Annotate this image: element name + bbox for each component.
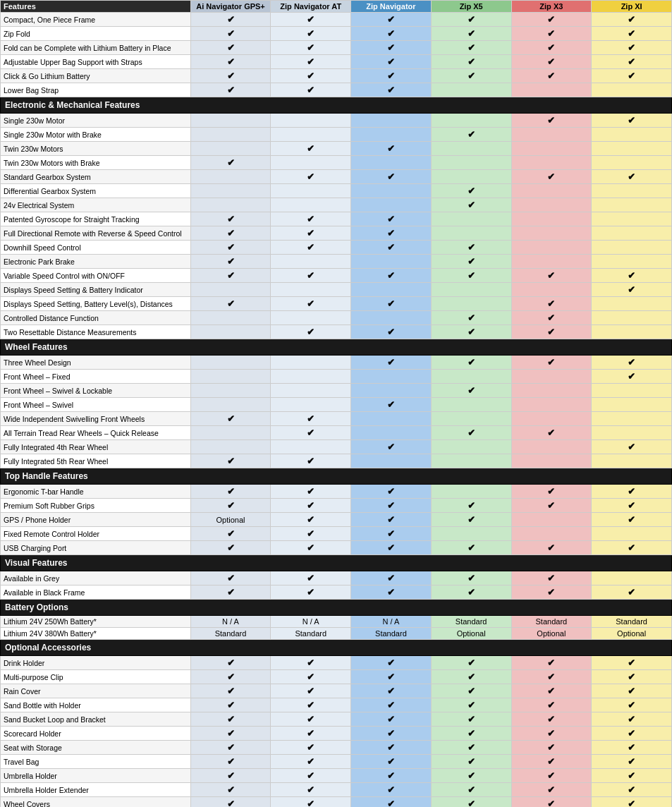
data-cell (592, 297, 672, 311)
feature-cell: Twin 230w Motors (1, 142, 191, 156)
data-cell: ✔ (592, 741, 672, 755)
data-cell: ✔ (351, 212, 432, 226)
data-cell: ✔ (431, 755, 511, 769)
table-row: Umbrella Holder✔✔✔✔✔✔ (1, 769, 672, 783)
data-cell: ✔ (592, 440, 672, 454)
data-cell: N / A (190, 616, 271, 628)
data-cell (431, 83, 511, 97)
data-cell (190, 370, 271, 384)
data-cell (592, 325, 672, 339)
data-cell: ✔ (190, 226, 271, 241)
data-cell (190, 128, 271, 142)
data-cell (190, 426, 271, 440)
table-row: Zip Fold✔✔✔✔✔✔ (1, 27, 672, 41)
data-cell (592, 412, 672, 426)
data-cell (431, 283, 511, 297)
data-cell (271, 440, 351, 454)
table-row: Ergonomic T-bar Handle✔✔✔✔✔ (1, 485, 672, 499)
data-cell (190, 440, 271, 454)
data-cell (431, 440, 511, 454)
data-cell: ✔ (351, 741, 432, 755)
data-cell: ✔ (511, 426, 592, 440)
data-cell (511, 128, 592, 142)
table-row: Displays Speed Setting, Battery Level(s)… (1, 297, 672, 311)
data-cell: ✔ (271, 783, 351, 797)
feature-cell: Wheel Covers (1, 797, 191, 808)
table-row: Rain Cover✔✔✔✔✔✔ (1, 684, 672, 698)
data-cell: ✔ (190, 269, 271, 283)
data-cell (190, 198, 271, 212)
feature-cell: Adjustable Upper Bag Support with Straps (1, 55, 191, 69)
feature-cell: Wide Independent Swivelling Front Wheels (1, 412, 191, 426)
feature-cell: Controlled Distance Function (1, 311, 191, 325)
header-zip-nav: Zip Navigator (351, 1, 432, 13)
data-cell (511, 226, 592, 241)
feature-cell: GPS / Phone Holder (1, 513, 191, 527)
data-cell: ✔ (271, 684, 351, 698)
data-cell: ✔ (431, 27, 511, 41)
feature-cell: Twin 230w Motors with Brake (1, 156, 191, 170)
data-cell (592, 241, 672, 255)
data-cell: ✔ (351, 727, 432, 741)
table-row: Click & Go Lithium Battery✔✔✔✔✔✔ (1, 69, 672, 83)
table-row: Available in Black Frame✔✔✔✔✔✔ (1, 585, 672, 600)
data-cell: ✔ (190, 769, 271, 783)
data-cell: ✔ (351, 499, 432, 513)
table-row: Single 230w Motor✔✔ (1, 114, 672, 128)
header-features: Features (1, 1, 191, 13)
data-cell: ✔ (511, 656, 592, 670)
data-cell (351, 114, 432, 128)
data-cell (431, 156, 511, 170)
data-cell (592, 311, 672, 325)
feature-cell: Fully Integrated 5th Rear Wheel (1, 454, 191, 468)
data-cell: ✔ (431, 499, 511, 513)
data-cell: Standard (190, 628, 271, 640)
section-header-row: Wheel Features (1, 339, 672, 356)
table-row: Electronic Park Brake✔✔ (1, 255, 672, 269)
data-cell: ✔ (351, 226, 432, 241)
data-cell: ✔ (271, 27, 351, 41)
table-row: Front Wheel – Swivel & Lockable✔ (1, 384, 672, 398)
data-cell: ✔ (351, 83, 432, 97)
data-cell: ✔ (511, 727, 592, 741)
data-cell: ✔ (190, 55, 271, 69)
data-cell (351, 128, 432, 142)
data-cell: ✔ (351, 571, 432, 585)
header-x5: Zip X5 (431, 1, 511, 13)
data-cell: ✔ (271, 269, 351, 283)
data-cell: ✔ (190, 241, 271, 255)
data-cell: ✔ (511, 41, 592, 55)
table-row: Compact, One Piece Frame✔✔✔✔✔✔ (1, 13, 672, 27)
table-row: Multi-purpose Clip✔✔✔✔✔✔ (1, 670, 672, 684)
data-cell: ✔ (190, 412, 271, 426)
data-cell: ✔ (592, 670, 672, 684)
comparison-table: Features Ai Navigator GPS+ Zip Navigator… (0, 0, 672, 807)
table-row: Sand Bucket Loop and Bracket✔✔✔✔✔✔ (1, 712, 672, 727)
table-row: Fully Integrated 5th Rear Wheel✔✔ (1, 454, 672, 468)
table-row: Full Directional Remote with Reverse & S… (1, 226, 672, 241)
data-cell: ✔ (511, 585, 592, 600)
data-cell: ✔ (511, 69, 592, 83)
data-cell: ✔ (190, 485, 271, 499)
feature-cell: All Terrain Tread Rear Wheels – Quick Re… (1, 426, 191, 440)
data-cell: ✔ (511, 670, 592, 684)
data-cell: ✔ (271, 797, 351, 808)
data-cell (592, 83, 672, 97)
data-cell: ✔ (511, 311, 592, 325)
data-cell: ✔ (592, 55, 672, 69)
data-cell: ✔ (190, 727, 271, 741)
feature-cell: Three Wheel Design (1, 356, 191, 370)
data-cell: ✔ (271, 170, 351, 184)
table-row: Differential Gearbox System✔ (1, 184, 672, 198)
table-row: Fixed Remote Control Holder✔✔✔ (1, 527, 672, 541)
feature-cell: Available in Grey (1, 571, 191, 585)
data-cell (511, 398, 592, 412)
feature-cell: Sand Bottle with Holder (1, 698, 191, 712)
data-cell (190, 114, 271, 128)
table-row: Umbrella Holder Extender✔✔✔✔✔✔ (1, 783, 672, 797)
data-cell: ✔ (351, 769, 432, 783)
table-row: 24v Electrical System✔ (1, 198, 672, 212)
data-cell: ✔ (511, 769, 592, 783)
header-x3: Zip X3 (511, 1, 592, 13)
data-cell: ✔ (271, 142, 351, 156)
